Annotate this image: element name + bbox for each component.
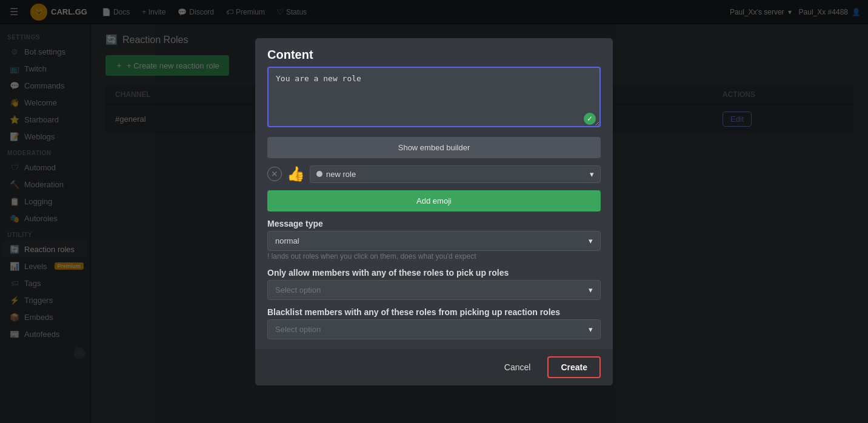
emoji-row: ✕ 👍 new role ▾ — [267, 165, 601, 183]
message-type-hint: ! lands out roles when you click on them… — [267, 252, 601, 261]
modal: Content ✓ Show embed builder ✕ 👍 new rol… — [255, 38, 613, 385]
modal-title: Content — [255, 38, 613, 67]
blacklist-placeholder: Select option — [275, 325, 321, 334]
modal-overlay: Content ✓ Show embed builder ✕ 👍 new rol… — [0, 0, 868, 423]
blacklist-roles-section: Blacklist members with any of these role… — [267, 307, 601, 339]
create-button[interactable]: Create — [547, 356, 601, 378]
blacklist-dropdown[interactable]: Select option ▾ — [267, 319, 601, 339]
remove-emoji-button[interactable]: ✕ — [267, 167, 282, 181]
role-name: new role — [326, 170, 356, 179]
allow-roles-dropdown[interactable]: Select option ▾ — [267, 280, 601, 300]
content-textarea-wrapper: ✓ — [267, 67, 601, 130]
emoji-display: 👍 — [287, 165, 305, 182]
blacklist-chevron-icon: ▾ — [589, 325, 593, 334]
allow-roles-section: Only allow members with any of these rol… — [267, 268, 601, 300]
role-dropdown[interactable]: new role ▾ — [310, 165, 601, 183]
allow-roles-placeholder: Select option — [275, 285, 321, 295]
modal-body: ✓ Show embed builder ✕ 👍 new role ▾ Add … — [255, 67, 613, 349]
message-type-section: Message type normal ▾ ! lands out roles … — [267, 219, 601, 261]
content-valid-icon: ✓ — [584, 113, 596, 125]
message-type-dropdown[interactable]: normal ▾ — [267, 231, 601, 251]
content-textarea[interactable] — [267, 67, 601, 127]
allow-roles-label: Only allow members with any of these rol… — [267, 268, 601, 278]
message-type-value: normal — [275, 236, 299, 245]
allow-roles-chevron-icon: ▾ — [589, 285, 593, 295]
blacklist-label: Blacklist members with any of these role… — [267, 307, 601, 317]
modal-footer: Cancel Create — [255, 349, 613, 385]
add-emoji-button[interactable]: Add emoji — [267, 190, 601, 212]
dropdown-chevron-icon: ▾ — [590, 170, 594, 179]
message-type-chevron-icon: ▾ — [589, 236, 593, 245]
cancel-button[interactable]: Cancel — [495, 358, 541, 377]
show-embed-button[interactable]: Show embed builder — [267, 137, 601, 158]
message-type-label: Message type — [267, 219, 601, 228]
role-indicator — [316, 171, 322, 177]
